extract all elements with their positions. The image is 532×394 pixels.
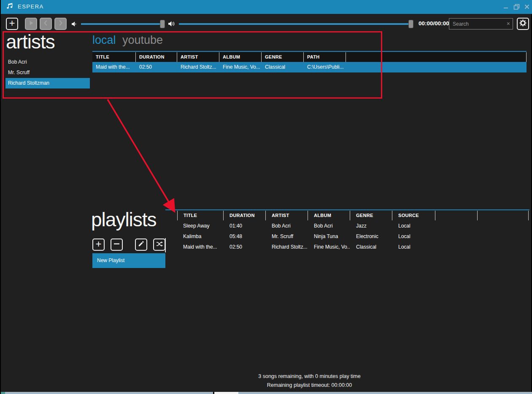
cell-album: Fine Music, Vo... [219,62,262,72]
cell-source: Local [392,242,435,252]
cell-title: Sleep Away [177,221,224,231]
playlist-scrollbar-thumb[interactable] [165,238,166,252]
library-table-header: TITLE DURATION ARTIST ALBUM GENRE PATH [92,52,527,62]
column-header-duration[interactable]: DURATION [224,211,266,220]
bottom-edge-bar [1,392,532,394]
artists-panel-title: artists [6,30,55,53]
playlist-row-kalimba[interactable]: Kalimba 05:48 Mr. Scruff Ninja Tuna Elec… [177,231,435,242]
settings-button[interactable] [517,18,529,30]
cell-duration: 05:48 [224,231,266,242]
cell-duration: 02:50 [224,242,266,252]
cell-genre: Electronic [350,231,392,242]
cell-artist: Bob Acri [266,221,308,231]
column-header-album[interactable]: ALBUM [308,211,350,220]
column-header-genre[interactable]: GENRE [350,211,392,220]
cell-album: Ninja Tuna [308,231,350,242]
cell-artist: Mr. Scruff [266,231,308,242]
seek-slider-thumb[interactable] [408,20,413,28]
cell-genre: Classical [262,62,304,72]
status-remaining-songs: 3 songs remaining, with 0 minutes play t… [89,373,529,379]
column-header-artist[interactable]: ARTIST [266,211,308,220]
playlist-row-sleep-away[interactable]: Sleep Away 01:40 Bob Acri Bob Acri Jazz … [177,221,435,231]
library-table-row-selected[interactable]: Maid with the... 02:50 Richard Stoltz...… [92,62,527,72]
search-box: × [449,18,513,29]
plus-icon: + [95,239,101,249]
cell-duration: 01:40 [224,221,266,231]
column-header-duration[interactable]: DURATION [136,52,177,62]
plus-icon: + [9,19,15,28]
app-title: ESPERA [18,3,44,10]
playlist-item-new-playlist[interactable]: New Playlist [92,253,165,268]
column-header-path[interactable]: PATH [304,52,346,62]
cell-title: Maid with the... [92,62,136,72]
add-songs-button[interactable]: + [6,18,18,30]
chevron-right-icon [57,19,64,28]
cell-source: Local [392,221,435,231]
playlist-row-maid-with-the[interactable]: Maid with the... 02:50 Richard Stoltz...… [177,242,435,252]
volume-low-icon [71,21,78,29]
play-button[interactable] [25,18,37,30]
restore-button[interactable] [512,2,521,12]
volume-loud-icon [168,21,176,29]
cell-path: C:\Users\Publi... [304,62,527,72]
espera-window: ESPERA + [0,0,532,394]
artist-item-mr-scruff[interactable]: Mr. Scruff [5,67,90,78]
artist-item-bob-acri[interactable]: Bob Acri [5,57,90,67]
column-header-title[interactable]: TITLE [177,211,224,220]
time-display: 00:00/00:00 [419,20,449,27]
cell-artist: Richard Stoltz... [177,62,219,72]
minus-icon [113,241,120,249]
column-header-artist[interactable]: ARTIST [177,52,219,62]
titlebar: ESPERA [1,0,532,14]
cell-album: Bob Acri [308,221,350,231]
play-icon [27,19,35,28]
column-header-title[interactable]: TITLE [92,52,136,62]
cell-title: Kalimba [177,231,224,242]
volume-slider-thumb[interactable] [160,20,165,28]
tab-local[interactable]: local [92,34,116,47]
playlist-table-header: TITLE DURATION ARTIST ALBUM GENRE SOURCE [177,211,529,220]
next-button[interactable] [54,18,67,30]
previous-button[interactable] [40,18,52,30]
bottom-edge-accent [1,392,5,394]
cell-artist: Richard Stoltz... [266,242,308,252]
column-header-filler [346,52,527,62]
bottom-edge-segment [213,392,238,394]
minimize-button[interactable] [501,2,510,12]
column-header-album[interactable]: ALBUM [219,52,262,62]
volume-slider[interactable] [81,23,165,25]
cell-source: Local [392,231,435,242]
cell-genre: Jazz [350,221,392,231]
edit-playlist-button[interactable] [135,239,147,251]
music-note-icon [5,3,14,11]
tab-youtube[interactable]: youtube [122,34,163,47]
search-input[interactable] [449,19,503,29]
artist-item-richard-stoltzman[interactable]: Richard Stoltzman [5,78,90,88]
clear-search-icon[interactable]: × [507,20,510,27]
gear-icon [519,19,527,29]
column-header-filler [478,211,529,220]
cell-title: Maid with the... [177,242,224,252]
cell-album: Fine Music, Vo... [308,242,350,252]
chevron-left-icon [42,19,49,28]
column-header-filler [435,211,478,220]
cell-genre: Classical [350,242,392,252]
remove-playlist-button[interactable] [111,239,123,251]
close-button[interactable] [522,2,532,12]
playlists-panel-title: playlists [91,208,157,231]
seek-slider[interactable] [179,23,413,25]
playlist-divider-line [165,209,529,210]
shuffle-icon [156,240,163,249]
shuffle-playlist-button[interactable] [153,239,165,251]
status-playlist-timeout: Remaining playlist timeout: 00:00:00 [89,382,529,388]
add-playlist-button[interactable]: + [92,239,105,251]
pencil-icon [138,240,145,249]
library-divider-line [92,51,527,52]
column-header-genre[interactable]: GENRE [262,52,304,62]
column-header-source[interactable]: SOURCE [392,211,435,220]
cell-duration: 02:50 [136,62,177,72]
